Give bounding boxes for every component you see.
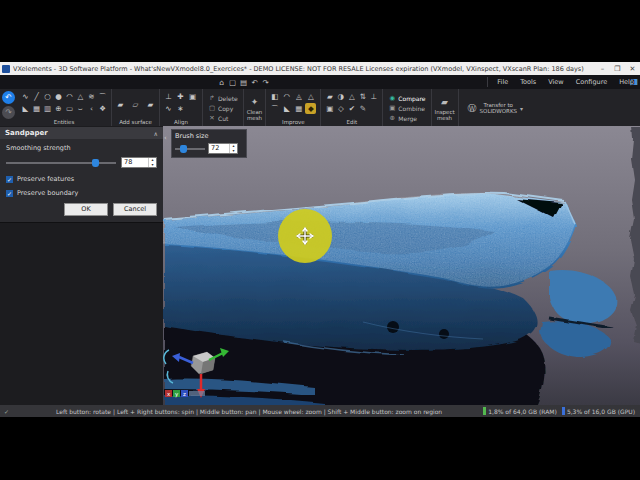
spin-down-icon[interactable]: ▾ bbox=[230, 149, 237, 154]
compare-item-icon: ◉ bbox=[388, 94, 396, 102]
validate-icon[interactable]: ✔ bbox=[346, 103, 357, 114]
line-icon[interactable]: ╱ bbox=[31, 91, 42, 102]
new-session-icon[interactable]: ▢ bbox=[227, 77, 238, 88]
brush-panel-collapse-icon[interactable]: ‹ bbox=[164, 134, 167, 142]
sandpaper-panel-header[interactable]: Sandpaper ∧ bbox=[0, 127, 163, 139]
slider-handle[interactable] bbox=[92, 159, 99, 167]
preserve-boundary-checkbox[interactable]: ✓ bbox=[6, 190, 13, 197]
align-reference-icon[interactable]: ⊥ bbox=[163, 91, 174, 102]
collapse-icon[interactable]: ∧ bbox=[154, 130, 158, 137]
slider-track[interactable] bbox=[6, 162, 116, 164]
surface-patch-icon-2[interactable]: ▱ bbox=[130, 99, 141, 110]
curve-icon[interactable]: ⌒ bbox=[97, 91, 108, 102]
chevron-down-icon[interactable]: ▾ bbox=[520, 105, 523, 112]
circle-icon[interactable]: ○ bbox=[42, 91, 53, 102]
boundary-icon[interactable]: ⌒ bbox=[269, 103, 280, 114]
preserve-features-checkbox[interactable]: ✓ bbox=[6, 176, 13, 183]
smoothing-strength-spinbox[interactable]: 78 ▴ ▾ bbox=[121, 157, 157, 168]
home-icon[interactable]: ⌂ bbox=[216, 77, 227, 88]
ok-button[interactable]: OK bbox=[64, 203, 108, 216]
transfer-to-solidworks-button[interactable]: Ⓦ Transfer to SOLIDWORKS ▾ bbox=[462, 90, 529, 126]
plane-cut-icon[interactable]: ⊥ bbox=[368, 91, 379, 102]
delete-item-icon: ↱ bbox=[208, 94, 216, 102]
menu-configure[interactable]: Configure bbox=[570, 75, 614, 89]
redo-button[interactable]: ↷ bbox=[2, 106, 15, 119]
align-target-icon[interactable]: ∗ bbox=[175, 103, 186, 114]
menu-file[interactable]: File bbox=[491, 75, 514, 89]
gpu-meter: 5,3% of 16,0 GB (GPU) bbox=[562, 407, 635, 415]
triangle-edit-icon[interactable]: △ bbox=[346, 91, 357, 102]
surface-patch-icon-1[interactable]: ▰ bbox=[115, 99, 126, 110]
delete-item[interactable]: ↱Delete bbox=[206, 94, 240, 103]
rectangle-icon[interactable]: ▭ bbox=[64, 103, 75, 114]
ellipse-icon[interactable]: ◠ bbox=[64, 91, 75, 102]
menu-tools[interactable]: Tools bbox=[514, 75, 542, 89]
mesh-plane-icon[interactable]: ▥ bbox=[42, 103, 53, 114]
sphere-icon[interactable]: ⊕ bbox=[53, 103, 64, 114]
align-group-label: Align bbox=[174, 119, 188, 126]
menu-view[interactable]: View bbox=[542, 75, 569, 89]
smooth-mesh-icon[interactable]: ▦ bbox=[293, 103, 304, 114]
clean-mesh-group: ✦ Clean mesh bbox=[244, 89, 267, 126]
combine-item-icon: ▣ bbox=[388, 104, 396, 112]
clean-mesh-button[interactable]: ✦ Clean mesh bbox=[247, 90, 263, 126]
merge-item[interactable]: ⊕Merge bbox=[386, 114, 427, 123]
cone-icon[interactable]: △ bbox=[75, 91, 86, 102]
maximize-button[interactable]: ❐ bbox=[610, 65, 625, 73]
arc-icon[interactable]: ⌣ bbox=[75, 103, 86, 114]
fill-holes-icon[interactable]: ◧ bbox=[269, 91, 280, 102]
preserve-features-row[interactable]: ✓ Preserve features bbox=[6, 175, 157, 183]
sandpaper-icon[interactable]: ◆ bbox=[305, 103, 316, 114]
slider-handle[interactable] bbox=[180, 145, 187, 153]
grid-icon[interactable]: ▦ bbox=[31, 103, 42, 114]
transfer-label: Transfer to SOLIDWORKS bbox=[480, 102, 517, 114]
surface-patch-icon-3[interactable]: ▰ bbox=[145, 99, 156, 110]
align-surface-icon[interactable]: ∿ bbox=[163, 103, 174, 114]
flip-normals-icon[interactable]: ⇅ bbox=[357, 91, 368, 102]
point-icon[interactable]: ● bbox=[53, 91, 64, 102]
align-points-icon[interactable]: ✚ bbox=[175, 91, 186, 102]
ram-meter-text: 1,8% of 64,0 GB (RAM) bbox=[488, 408, 557, 415]
decimate-icon[interactable]: ◬ bbox=[293, 91, 304, 102]
import-icon[interactable]: ↶ bbox=[249, 77, 260, 88]
diamond-icon[interactable]: ◇ bbox=[335, 103, 346, 114]
contrast-icon[interactable]: ◑ bbox=[335, 91, 346, 102]
cancel-button[interactable]: Cancel bbox=[113, 203, 157, 216]
smoothing-strength-slider[interactable] bbox=[6, 159, 116, 167]
inspect-mesh-icon: ▰ bbox=[441, 96, 448, 109]
brush-size-spinbox[interactable]: 72 ▴ ▾ bbox=[208, 143, 238, 154]
preserve-features-label: Preserve features bbox=[17, 175, 74, 183]
smoothing-strength-value[interactable]: 78 bbox=[122, 158, 148, 167]
brush-size-value[interactable]: 72 bbox=[209, 144, 229, 153]
export-icon[interactable]: ↷ bbox=[260, 77, 271, 88]
refine-icon[interactable]: △ bbox=[305, 91, 316, 102]
cut-item[interactable]: ✕Cut bbox=[206, 114, 240, 123]
undo-button[interactable]: ↶ bbox=[2, 91, 15, 104]
inspect-mesh-button[interactable]: ▰ Inspect mesh bbox=[435, 90, 455, 126]
gpu-meter-text: 5,3% of 16,0 GB (GPU) bbox=[567, 408, 635, 415]
spike-removal-icon[interactable]: ◣ bbox=[281, 103, 292, 114]
improve-group-label: Improve bbox=[282, 119, 305, 126]
save-icon[interactable]: ▤ bbox=[238, 77, 249, 88]
close-button[interactable]: ✕ bbox=[625, 65, 640, 73]
duplicate-mesh-icon[interactable]: ▣ bbox=[324, 103, 335, 114]
plane-icon[interactable]: ∿ bbox=[20, 91, 31, 102]
polyline-icon[interactable]: ‹ bbox=[86, 103, 97, 114]
preserve-boundary-row[interactable]: ✓ Preserve boundary bbox=[6, 189, 157, 197]
spin-down-icon[interactable]: ▾ bbox=[149, 163, 156, 168]
minimize-button[interactable]: – bbox=[595, 65, 610, 73]
capture-panel-icon[interactable]: ◨ bbox=[630, 77, 638, 86]
brush-size-slider[interactable] bbox=[175, 145, 205, 153]
defeature-icon[interactable]: ◠ bbox=[281, 91, 292, 102]
best-fit-icon[interactable]: ▣ bbox=[187, 91, 198, 102]
slab-icon[interactable]: ≋ bbox=[86, 91, 97, 102]
viewport-3d[interactable]: x y z ‹ Brush size bbox=[163, 126, 640, 405]
corner-icon[interactable]: ◣ bbox=[20, 103, 31, 114]
copy-item[interactable]: ▢Copy bbox=[206, 104, 240, 113]
viewport-canvas[interactable]: x y z bbox=[163, 126, 640, 405]
cross-section-icon[interactable]: ❖ bbox=[97, 103, 108, 114]
patch-icon[interactable]: ▰ bbox=[324, 91, 335, 102]
combine-item[interactable]: ▣Combine bbox=[386, 104, 427, 113]
compare-item[interactable]: ◉Compare bbox=[386, 94, 427, 103]
edit-pencil-icon[interactable]: ✎ bbox=[357, 103, 368, 114]
